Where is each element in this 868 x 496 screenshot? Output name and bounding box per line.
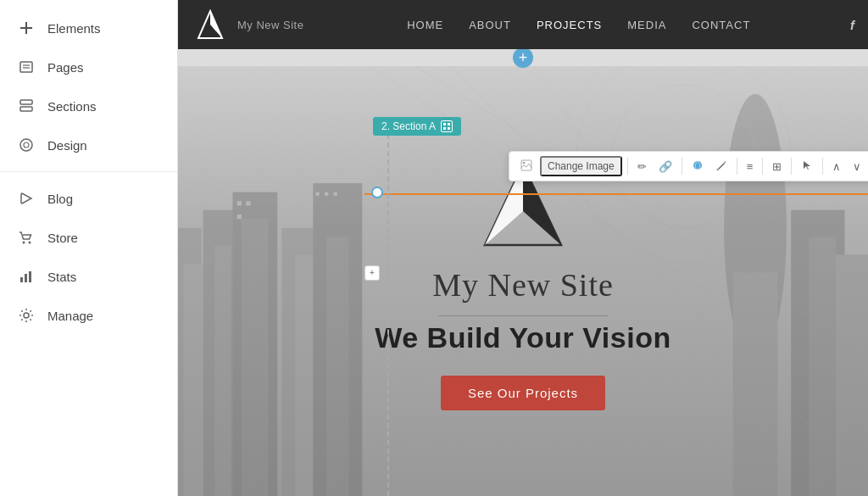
hero-title: My New Site xyxy=(432,266,614,304)
toolbar-separator-5 xyxy=(791,158,792,175)
sidebar-item-sections[interactable]: Sections xyxy=(0,86,177,125)
manage-label: Manage xyxy=(47,309,93,323)
canvas-area: + 2. Section A xyxy=(178,49,868,496)
svg-rect-5 xyxy=(20,100,32,104)
cursor-icon[interactable] xyxy=(797,157,817,176)
design-label: Design xyxy=(47,138,87,153)
toolbar-separator-4 xyxy=(762,158,763,175)
down-icon[interactable]: ∨ xyxy=(849,158,865,176)
edit-icon[interactable]: ✏ xyxy=(633,158,651,176)
svg-point-23 xyxy=(693,161,702,170)
blog-icon xyxy=(17,189,36,208)
facebook-icon[interactable]: f xyxy=(850,18,854,32)
selection-line xyxy=(364,193,868,195)
toolbar-separator-3 xyxy=(737,158,737,175)
store-icon xyxy=(17,228,36,247)
svg-point-7 xyxy=(20,139,32,151)
add-section-bar: + xyxy=(178,49,868,66)
nav-contact[interactable]: CONTACT xyxy=(692,19,750,31)
resize-handle[interactable] xyxy=(371,187,383,198)
store-label: Store xyxy=(47,231,78,245)
manage-icon xyxy=(17,306,36,325)
section-label[interactable]: 2. Section A xyxy=(373,117,461,136)
svg-rect-17 xyxy=(443,123,446,125)
toolbar-separator-1 xyxy=(627,158,628,175)
sidebar-item-elements[interactable]: Elements xyxy=(0,8,177,47)
sidebar-item-pages[interactable]: Pages xyxy=(0,47,177,86)
sidebar-item-store[interactable]: Store xyxy=(0,218,177,257)
svg-rect-12 xyxy=(25,274,27,282)
elements-label: Elements xyxy=(47,21,101,36)
svg-rect-18 xyxy=(448,123,450,125)
sidebar-item-design[interactable]: Design xyxy=(0,125,177,164)
sidebar-item-stats[interactable]: Stats xyxy=(0,257,177,296)
hero-content: My New Site We Build Your Vision See Our… xyxy=(178,49,868,496)
nav-media[interactable]: MEDIA xyxy=(627,19,666,31)
svg-point-22 xyxy=(523,161,526,164)
svg-point-14 xyxy=(24,313,29,318)
svg-rect-2 xyxy=(20,62,32,72)
add-section-button[interactable]: + xyxy=(513,49,533,68)
pages-icon xyxy=(17,58,36,76)
svg-point-9 xyxy=(23,242,25,244)
sidebar: Elements Pages Sections Design xyxy=(0,0,178,496)
svg-rect-20 xyxy=(448,127,450,130)
left-expand-handle[interactable]: + xyxy=(364,265,380,281)
toolbar-separator-6 xyxy=(822,158,823,175)
svg-rect-19 xyxy=(443,127,446,130)
see-projects-button[interactable]: See Our Projects xyxy=(441,376,605,410)
nav-projects[interactable]: PROJECTS xyxy=(537,19,602,31)
main-area: My New Site HOME ABOUT PROJECTS MEDIA CO… xyxy=(178,0,868,496)
sections-icon xyxy=(17,97,36,115)
design-icon xyxy=(17,136,36,154)
section-settings-icon[interactable] xyxy=(441,120,453,132)
stats-icon xyxy=(17,267,36,286)
svg-rect-6 xyxy=(20,107,32,111)
svg-rect-11 xyxy=(20,277,23,282)
nav-about[interactable]: ABOUT xyxy=(469,19,511,31)
sidebar-item-blog[interactable]: Blog xyxy=(0,179,177,218)
toolbar-separator-2 xyxy=(682,158,682,175)
nav-links: HOME ABOUT PROJECTS MEDIA CONTACT xyxy=(320,19,837,31)
editor-toolbar: Change Image ✏ 🔗 ≡ ⊞ ∧ ∨ xyxy=(509,151,868,181)
plus-icon xyxy=(17,19,36,37)
change-image-button[interactable]: Change Image xyxy=(540,156,622,176)
grid-icon[interactable]: ⊞ xyxy=(768,158,786,176)
sidebar-divider xyxy=(0,171,177,172)
blog-label: Blog xyxy=(47,192,73,206)
site-logo xyxy=(192,6,229,43)
toolbar-image-thumb xyxy=(516,157,537,176)
nav-home[interactable]: HOME xyxy=(407,19,443,31)
svg-rect-13 xyxy=(29,271,31,282)
stats-label: Stats xyxy=(47,270,76,284)
guide-line xyxy=(387,117,389,496)
lines-icon[interactable]: ≡ xyxy=(743,158,758,176)
sidebar-item-manage[interactable]: Manage xyxy=(0,296,177,335)
svg-point-8 xyxy=(24,142,29,148)
hero-subtitle: We Build Your Vision xyxy=(375,321,670,354)
up-icon[interactable]: ∧ xyxy=(828,158,845,176)
section-label-text: 2. Section A xyxy=(381,120,436,132)
fill-icon[interactable] xyxy=(687,157,708,176)
link-icon[interactable]: 🔗 xyxy=(654,158,676,176)
hero-divider xyxy=(438,315,608,316)
brush-icon[interactable] xyxy=(711,157,732,176)
pages-label: Pages xyxy=(47,60,84,75)
sections-label: Sections xyxy=(47,99,97,114)
site-name: My New Site xyxy=(237,19,303,31)
svg-point-10 xyxy=(29,242,31,244)
top-nav: My New Site HOME ABOUT PROJECTS MEDIA CO… xyxy=(178,0,868,49)
